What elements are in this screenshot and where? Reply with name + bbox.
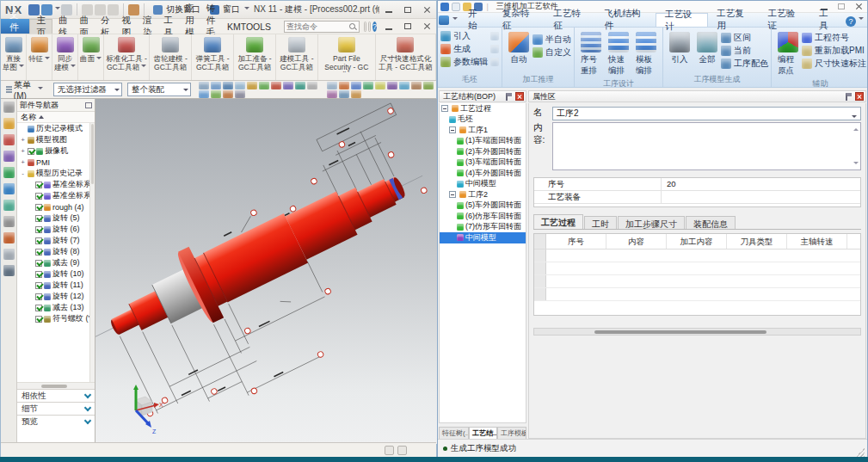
bop-bottom-tab[interactable]: 工艺结... <box>469 427 497 439</box>
nx-ribbon-tab[interactable]: 曲线 <box>52 19 74 34</box>
nx-maximize-button[interactable] <box>398 3 417 16</box>
checkbox[interactable] <box>35 182 42 188</box>
toolbar-icon[interactable] <box>211 82 221 89</box>
cam-ribbon-tab[interactable]: 工艺设计 <box>656 13 708 27</box>
grid-empty-row[interactable] <box>534 275 860 288</box>
grid-header-cell[interactable]: 切削速度 <box>847 234 861 249</box>
property-tab[interactable]: 加工步骤尺寸 <box>618 216 685 229</box>
checkbox[interactable] <box>35 204 42 211</box>
nx-close-button[interactable] <box>417 3 436 16</box>
navigator-section-header[interactable]: 预览 <box>17 415 95 428</box>
bop-tree-item[interactable]: (6)仿形车回转面 <box>440 211 526 222</box>
bop-tree-item[interactable]: 工序2 <box>440 189 526 200</box>
ribbon-group-button[interactable]: 同步建模 <box>52 34 78 80</box>
renumber-button[interactable]: 序号重排 <box>577 29 605 77</box>
resource-bar-icon[interactable] <box>3 183 15 194</box>
ribbon-group-button[interactable]: 特征 <box>27 34 52 80</box>
navigator-item[interactable]: 旋转 (10) <box>17 268 89 280</box>
model-import-button[interactable]: 引入 <box>666 29 693 70</box>
bop-bottom-tab[interactable]: 工序模板 <box>497 427 526 439</box>
cam-ribbon-tab[interactable]: 工具 <box>810 13 845 27</box>
switch-window-button[interactable]: 切换窗口 <box>148 3 205 16</box>
cam-help-icon[interactable]: ? <box>846 16 856 27</box>
bop-tree-item[interactable]: 中间模型 <box>440 232 526 243</box>
undock-icon[interactable] <box>85 102 92 108</box>
navigator-item[interactable]: 基准坐标系 <box>17 179 89 190</box>
cam-app-menu-button[interactable] <box>438 13 459 27</box>
resource-bar-icon[interactable] <box>3 200 15 211</box>
navigator-item[interactable]: - 模型历史记录 <box>17 168 89 179</box>
model-all-button[interactable]: 全部 <box>693 29 721 70</box>
toolbar-icon[interactable] <box>339 82 349 89</box>
toolbar-icon[interactable] <box>211 90 221 98</box>
navigator-item[interactable]: 旋转 (8) <box>17 246 89 257</box>
navigator-item[interactable]: 旋转 (7) <box>17 235 89 246</box>
expander[interactable]: + <box>20 136 26 144</box>
toolbar-icon[interactable] <box>351 82 361 89</box>
blank-param-aux-icon[interactable] <box>490 58 499 66</box>
navigator-item[interactable]: 历史记录模式 <box>17 123 89 134</box>
resource-bar-icon[interactable] <box>3 134 15 145</box>
resource-bar-icon[interactable] <box>3 265 15 276</box>
template-arrange-button[interactable]: 模板编排 <box>632 29 660 77</box>
toolbar-icon[interactable] <box>399 82 409 89</box>
grid-empty-row[interactable] <box>534 262 860 275</box>
menu-button[interactable]: 菜单(M) <box>1 79 48 101</box>
toolbar-icon[interactable] <box>307 82 317 89</box>
checkbox[interactable] <box>35 271 42 278</box>
toolbar-icon[interactable] <box>387 82 397 89</box>
ribbon-group-button[interactable]: 直接草图 <box>1 34 27 80</box>
grid-hscrollbar[interactable] <box>533 328 861 336</box>
field-row[interactable]: 工艺装备 <box>534 191 860 204</box>
file-menu-button[interactable]: 文件(F) <box>1 19 29 34</box>
navigator-item[interactable]: 符号螺纹 (" <box>17 313 89 324</box>
nx-ribbon-tab[interactable]: 分析 <box>95 19 116 34</box>
blank-import-aux-icon[interactable] <box>490 32 499 40</box>
ribbon-group-button[interactable]: 齿轮建模 - GC工具箱 <box>150 34 192 80</box>
navigator-item[interactable]: + 摄像机 <box>17 145 89 157</box>
navigator-hscrollbar[interactable] <box>17 382 95 389</box>
grid-empty-row[interactable] <box>534 288 860 301</box>
command-search-input[interactable] <box>286 22 348 31</box>
nx-ribbon-tab[interactable]: KMTOOLS <box>221 19 277 34</box>
navigator-item[interactable]: + 模型视图 <box>17 134 89 145</box>
auto-button[interactable]: 自动 <box>505 29 532 66</box>
property-tab[interactable]: 工艺过程 <box>533 214 583 229</box>
checkbox[interactable] <box>35 193 42 200</box>
checkbox[interactable] <box>35 226 42 233</box>
toolbar-icon[interactable] <box>223 90 233 98</box>
resize-grip[interactable] <box>856 448 865 457</box>
ribbon-group-button[interactable]: 加工准备 - GC工具箱 <box>234 34 276 80</box>
bop-tree-item[interactable]: 毛坯 <box>440 114 526 126</box>
navigator-item[interactable]: 减去 (9) <box>17 257 89 268</box>
blank-generate-aux-icon[interactable] <box>490 45 499 53</box>
toolbar-icon[interactable] <box>283 82 293 89</box>
grid-header-cell[interactable]: 内容 <box>606 234 667 249</box>
custom-button[interactable]: 自定义 <box>532 46 571 59</box>
doc-minimize-button[interactable] <box>379 20 398 33</box>
toolbar-icon[interactable] <box>423 82 434 89</box>
nx-ribbon-tab[interactable]: 应用模块 <box>179 19 200 34</box>
toolbar-icon[interactable] <box>375 82 385 89</box>
grid-header-cell[interactable]: 主轴转速 <box>787 234 847 249</box>
resource-bar-icon[interactable] <box>3 249 15 260</box>
status-icon-1[interactable] <box>385 446 394 455</box>
bop-tree-item[interactable]: (7)仿形车回转面 <box>440 222 526 233</box>
reload-pmi-button[interactable]: 重新加载PMI <box>802 44 866 57</box>
scroll-up-icon[interactable] <box>853 126 859 131</box>
range-button[interactable]: 区间 <box>721 31 768 44</box>
toolbar-icon[interactable] <box>247 82 257 89</box>
grid-empty-row[interactable] <box>534 249 860 262</box>
navigator-item[interactable]: + PMI <box>17 157 89 168</box>
op-name-dropdown[interactable]: 工序2 <box>552 107 861 120</box>
nx-ribbon-tab[interactable]: 工具 <box>157 19 179 34</box>
collapse-icon[interactable] <box>441 105 448 112</box>
toolbar-icon[interactable] <box>327 82 337 89</box>
cam-ribbon-tab[interactable]: 开始 <box>459 13 494 27</box>
doc-close-button[interactable] <box>417 20 436 33</box>
bop-tree-item[interactable]: (3)车端面回转面 <box>440 157 526 169</box>
cam-ribbon-tab[interactable]: 工艺验证 <box>760 13 810 27</box>
cam-ribbon-tab[interactable]: 工艺特征 <box>545 13 595 27</box>
nx-ribbon-tab[interactable]: 视图 <box>115 19 137 34</box>
bop-tree-item[interactable]: 工艺过程 <box>440 103 526 114</box>
